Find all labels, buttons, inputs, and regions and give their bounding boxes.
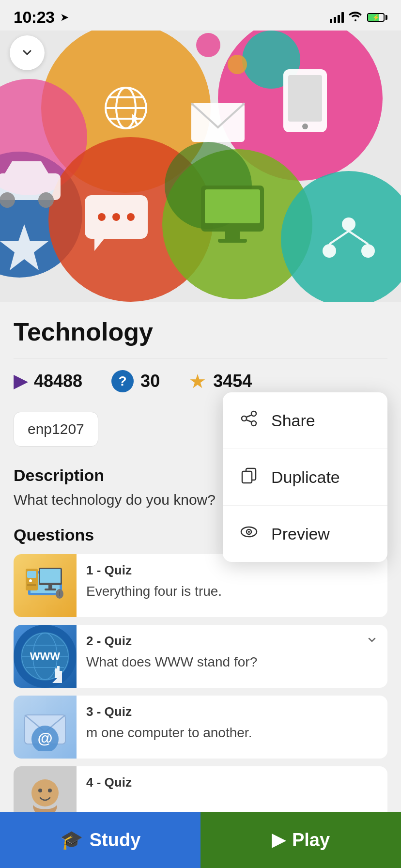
author-tag[interactable]: enp1207 bbox=[14, 412, 98, 447]
svg-rect-28 bbox=[225, 232, 240, 239]
plays-icon: ▶ bbox=[14, 371, 27, 391]
page-title: Technology bbox=[14, 317, 387, 346]
signal-bars bbox=[330, 12, 344, 23]
title-divider bbox=[14, 358, 387, 358]
study-label: Study bbox=[90, 830, 141, 851]
svg-rect-48 bbox=[27, 584, 36, 586]
share-icon bbox=[240, 410, 258, 431]
question-item[interactable]: WWW 2 - Quiz What does WWW stand for? bbox=[14, 625, 387, 688]
play-label: Play bbox=[292, 830, 330, 851]
duplicate-menu-item[interactable]: Duplicate bbox=[223, 449, 387, 506]
battery-icon: ⚡ bbox=[367, 13, 387, 22]
plays-count: 48488 bbox=[34, 371, 82, 391]
duplicate-label: Duplicate bbox=[271, 468, 340, 487]
preview-label: Preview bbox=[271, 525, 330, 543]
question-item[interactable]: 1 - Quiz Everything four is true. bbox=[14, 554, 387, 617]
question-1-body: 1 - Quiz Everything four is true. bbox=[77, 554, 387, 609]
svg-point-20 bbox=[302, 124, 308, 129]
svg-point-47 bbox=[29, 579, 32, 582]
svg-point-73 bbox=[251, 421, 256, 426]
question-2-chevron[interactable] bbox=[356, 625, 387, 658]
svg-point-25 bbox=[127, 213, 135, 221]
svg-rect-29 bbox=[218, 239, 247, 243]
play-icon: ▶ bbox=[272, 830, 285, 850]
svg-point-36 bbox=[0, 192, 15, 208]
svg-rect-63 bbox=[55, 668, 57, 678]
svg-point-72 bbox=[242, 416, 247, 421]
svg-point-69 bbox=[38, 789, 42, 792]
svg-rect-52 bbox=[45, 589, 56, 590]
svg-point-80 bbox=[248, 531, 250, 533]
svg-rect-27 bbox=[205, 189, 260, 223]
hero-image bbox=[0, 31, 401, 302]
question-3-text: m one computer to another. bbox=[86, 723, 378, 742]
svg-point-32 bbox=[361, 244, 375, 258]
questions-stat: ? 30 bbox=[111, 370, 160, 392]
svg-rect-19 bbox=[288, 75, 322, 122]
svg-point-23 bbox=[98, 213, 106, 221]
plays-stat: ▶ 48488 bbox=[14, 371, 82, 391]
svg-rect-77 bbox=[242, 471, 252, 483]
question-3-body: 3 - Quiz m one computer to another. bbox=[77, 696, 387, 751]
status-bar: 10:23 ➤ ⚡ bbox=[0, 0, 401, 31]
svg-point-37 bbox=[38, 192, 54, 208]
share-menu-item[interactable]: Share bbox=[223, 392, 387, 449]
question-4-number: 4 - Quiz bbox=[86, 775, 378, 790]
favorites-stat: ★ 3454 bbox=[189, 370, 252, 392]
bottom-buttons: 🎓 Study ▶ Play bbox=[0, 812, 401, 868]
dropdown-menu: Share Duplicate Preview bbox=[223, 392, 387, 562]
question-item[interactable]: @ 3 - Quiz m one computer to another. bbox=[14, 696, 387, 759]
status-icons: ⚡ bbox=[330, 11, 387, 24]
share-label: Share bbox=[271, 411, 315, 430]
duplicate-icon bbox=[240, 466, 258, 488]
questions-icon: ? bbox=[111, 370, 134, 392]
svg-line-75 bbox=[247, 420, 251, 422]
svg-text:WWW: WWW bbox=[30, 650, 61, 662]
svg-point-70 bbox=[48, 789, 52, 792]
study-icon: 🎓 bbox=[60, 829, 83, 851]
question-3-thumb: @ bbox=[14, 696, 77, 759]
question-2-body: 2 - Quiz What does WWW stand for? bbox=[77, 625, 356, 680]
question-2-thumb: WWW bbox=[14, 625, 77, 688]
svg-point-71 bbox=[251, 411, 256, 416]
question-2-number: 2 - Quiz bbox=[86, 634, 347, 649]
question-4-body: 4 - Quiz bbox=[77, 766, 387, 803]
svg-point-31 bbox=[323, 244, 336, 258]
questions-count: 30 bbox=[140, 371, 160, 391]
svg-rect-50 bbox=[40, 569, 61, 583]
back-button[interactable] bbox=[10, 35, 45, 70]
status-time: 10:23 bbox=[14, 8, 54, 27]
svg-line-74 bbox=[247, 415, 251, 417]
svg-rect-51 bbox=[48, 585, 52, 589]
main-content: Technology ▶ 48488 ? 30 ★ 3454 enp1207 bbox=[0, 302, 401, 829]
stats-row: ▶ 48488 ? 30 ★ 3454 bbox=[14, 370, 387, 392]
location-icon: ➤ bbox=[60, 11, 69, 24]
preview-icon bbox=[240, 523, 258, 544]
svg-point-4 bbox=[196, 33, 220, 57]
svg-rect-17 bbox=[191, 103, 245, 142]
svg-point-24 bbox=[112, 213, 120, 221]
question-1-number: 1 - Quiz bbox=[86, 563, 378, 578]
svg-text:@: @ bbox=[37, 729, 52, 747]
svg-rect-46 bbox=[27, 571, 36, 578]
question-1-thumb bbox=[14, 554, 77, 617]
svg-point-5 bbox=[228, 55, 247, 74]
favorites-count: 3454 bbox=[213, 371, 252, 391]
wifi-icon bbox=[349, 11, 362, 24]
favorites-icon: ★ bbox=[189, 370, 206, 392]
play-button[interactable]: ▶ Play bbox=[200, 812, 401, 868]
question-3-number: 3 - Quiz bbox=[86, 704, 378, 719]
svg-point-30 bbox=[342, 217, 355, 231]
question-2-text: What does WWW stand for? bbox=[86, 652, 347, 671]
study-button[interactable]: 🎓 Study bbox=[0, 812, 200, 868]
question-1-text: Everything four is true. bbox=[86, 582, 378, 601]
preview-menu-item[interactable]: Preview bbox=[223, 506, 387, 562]
svg-point-68 bbox=[31, 779, 59, 806]
